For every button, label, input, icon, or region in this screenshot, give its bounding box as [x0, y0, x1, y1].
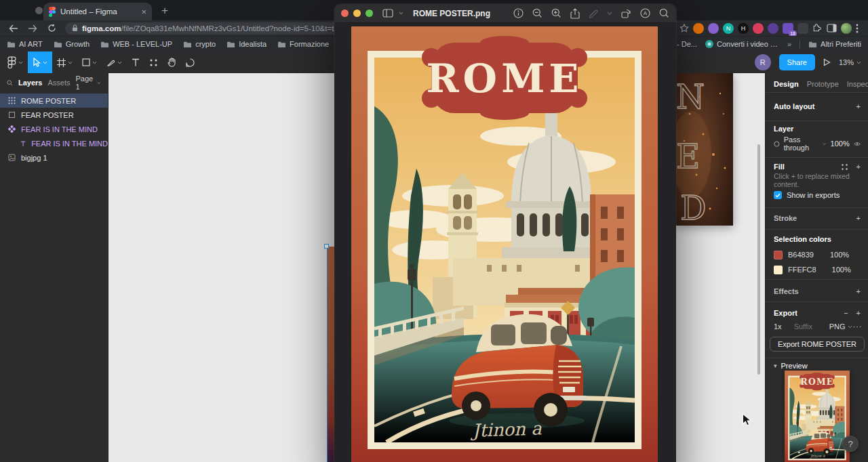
window-close-button[interactable] — [35, 7, 43, 14]
zoom-level-control[interactable]: 13% — [839, 58, 861, 66]
zoom-button[interactable] — [366, 9, 373, 17]
export-suffix-input[interactable] — [794, 322, 824, 331]
selection-color-row[interactable]: B64839 100% — [766, 249, 868, 261]
tab-assets[interactable]: Assets — [47, 79, 70, 87]
extension-icon[interactable] — [797, 23, 808, 34]
export-format-select[interactable]: PNG — [829, 322, 853, 331]
chevron-down-icon[interactable] — [607, 12, 612, 16]
pen-tool-button[interactable] — [102, 51, 127, 73]
export-rome-poster-button[interactable]: Export ROME POSTER — [770, 337, 865, 352]
extension-icon[interactable] — [693, 23, 704, 34]
blend-mode-icon[interactable] — [774, 140, 780, 148]
browser-tab[interactable]: Untitled – Figma × — [43, 3, 152, 20]
annotate-icon[interactable]: A — [640, 8, 650, 18]
styles-icon[interactable] — [841, 163, 848, 171]
bookmark-item[interactable]: Formazione — [277, 40, 329, 48]
layer-opacity-value[interactable]: 100% — [831, 140, 850, 148]
move-tool-button[interactable] — [28, 51, 52, 73]
comment-tool-button[interactable] — [181, 51, 199, 73]
share-icon[interactable] — [570, 8, 580, 19]
present-play-icon[interactable] — [823, 58, 831, 66]
extension-icon[interactable]: N — [723, 23, 734, 34]
color-opacity[interactable]: 100% — [830, 251, 849, 259]
fear-poster-canvas-object[interactable]: NED — [676, 73, 733, 226]
preview-window[interactable]: ROME POSTER.png A — [334, 4, 676, 462]
info-icon[interactable] — [513, 8, 524, 18]
other-bookmarks-folder[interactable]: Altri Preferiti — [808, 40, 861, 48]
selection-handle[interactable] — [324, 244, 329, 249]
zoom-out-icon[interactable] — [532, 8, 542, 18]
hand-tool-button[interactable] — [163, 51, 181, 73]
add-effect-icon[interactable]: + — [856, 287, 861, 295]
help-button[interactable]: ? — [842, 436, 859, 452]
checkbox-checked-icon[interactable] — [774, 191, 782, 199]
minimize-button[interactable] — [353, 9, 361, 17]
bookmark-star-icon[interactable] — [679, 24, 689, 33]
frame-tool-button[interactable] — [52, 51, 77, 73]
zoom-in-icon[interactable] — [551, 8, 561, 18]
add-stroke-icon[interactable]: + — [856, 214, 861, 222]
remove-export-icon[interactable]: − — [844, 309, 848, 317]
bookmarks-overflow-icon[interactable]: » — [787, 40, 791, 48]
tab-close-icon[interactable]: × — [141, 7, 146, 16]
color-swatch[interactable] — [774, 266, 783, 274]
tab-design[interactable]: Design — [774, 80, 799, 88]
reload-icon[interactable] — [43, 24, 60, 33]
color-hex[interactable]: FFEFC8 — [788, 266, 816, 274]
color-opacity[interactable]: 100% — [832, 266, 851, 274]
page-selector[interactable]: Page 1 — [76, 75, 102, 91]
bookmark-item[interactable]: WEB - LEVEL-UP — [100, 40, 172, 48]
preview-window-controls[interactable] — [341, 9, 373, 17]
forward-icon[interactable] — [24, 24, 41, 33]
tab-inspect[interactable]: Inspect — [847, 80, 868, 88]
tab-layers[interactable]: Layers — [18, 79, 42, 87]
layer-row-fear-component[interactable]: FEAR IS IN THE MIND — [0, 122, 108, 136]
search-icon[interactable] — [659, 8, 669, 18]
color-swatch[interactable] — [774, 251, 783, 259]
layer-row-fear-poster[interactable]: FEAR POSTER — [0, 108, 108, 122]
search-icon[interactable] — [7, 79, 13, 87]
export-scale[interactable]: 1x — [774, 322, 782, 331]
color-hex[interactable]: B64839 — [788, 251, 814, 259]
bookmark-item[interactable]: Growth — [54, 40, 90, 48]
rotate-icon[interactable] — [621, 9, 631, 18]
canvas-scrollbar[interactable] — [757, 144, 760, 375]
text-tool-button[interactable] — [127, 51, 144, 73]
extension-icon[interactable]: H — [738, 23, 749, 34]
add-auto-layout-icon[interactable]: + — [856, 102, 861, 110]
main-menu-button[interactable] — [3, 51, 28, 73]
resources-tool-button[interactable] — [144, 51, 163, 73]
user-avatar[interactable]: R — [755, 54, 771, 70]
new-tab-button[interactable]: + — [157, 4, 172, 18]
bookmark-item[interactable]: - De... — [677, 40, 697, 48]
bookmark-item[interactable]: AI ART — [7, 40, 43, 48]
markup-pen-icon[interactable] — [589, 9, 598, 18]
password-key-icon[interactable] — [753, 23, 764, 34]
selection-color-row[interactable]: FFEFC8 100% — [766, 264, 868, 276]
layer-row-fear-text[interactable]: FEAR IS IN THE MIND — [0, 136, 108, 150]
sidebar-toggle-icon[interactable] — [382, 9, 393, 18]
bookmark-item[interactable]: Converti i video di... — [705, 40, 779, 48]
side-panel-icon[interactable] — [827, 24, 837, 33]
profile-avatar[interactable] — [841, 23, 852, 34]
layer-row-bigjpg[interactable]: bigjpg 1 — [0, 150, 108, 165]
close-button[interactable] — [341, 9, 349, 17]
export-more-icon[interactable]: ··· — [852, 322, 862, 331]
blend-mode-value[interactable]: Pass through — [784, 135, 818, 152]
shape-tool-button[interactable] — [77, 51, 102, 73]
extension-icon[interactable] — [708, 23, 719, 34]
chevron-down-icon[interactable] — [399, 12, 403, 15]
extensions-puzzle-icon[interactable] — [812, 23, 823, 33]
extension-icon[interactable]: 18 — [783, 23, 793, 34]
tab-prototype[interactable]: Prototype — [807, 80, 839, 88]
extension-icon[interactable] — [768, 23, 778, 34]
layer-row-rome-poster[interactable]: ROME POSTER — [0, 93, 108, 108]
add-fill-icon[interactable]: + — [856, 163, 861, 171]
share-button[interactable]: Share — [779, 54, 815, 70]
bookmark-item[interactable]: Idealista — [226, 40, 267, 48]
show-in-exports-row[interactable]: Show in exports — [766, 189, 868, 201]
preview-section-header[interactable]: ▾ Preview — [766, 360, 868, 371]
browser-menu-icon[interactable] — [856, 24, 859, 33]
back-icon[interactable] — [5, 24, 22, 33]
bookmark-item[interactable]: crypto — [183, 40, 216, 48]
